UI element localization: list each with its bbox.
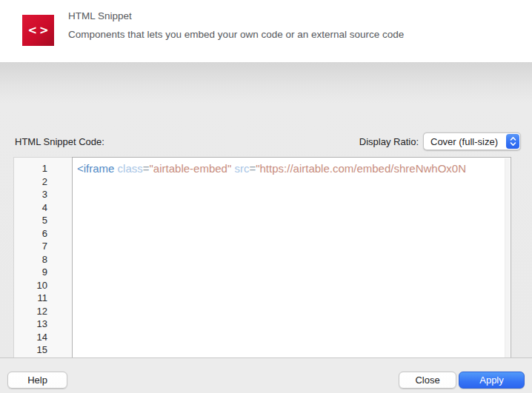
popup-stepper-icon (506, 134, 519, 149)
code-line: <iframe class="airtable-embed" src="http… (77, 161, 505, 175)
line-number: 6 (14, 227, 47, 241)
display-ratio-label: Display Ratio: (359, 136, 419, 147)
code-token-string: "airtable-embed" (150, 162, 232, 175)
dialog-body: HTML Snippet Code: Display Ratio: Cover … (0, 62, 532, 357)
display-ratio-group: Display Ratio: Cover (full-size) (359, 132, 521, 150)
line-number: 9 (14, 266, 47, 279)
line-number: 14 (14, 331, 47, 344)
code-token-attr: class (114, 162, 142, 175)
code-token-eq: = (249, 162, 256, 175)
line-number: 4 (14, 201, 47, 215)
help-button[interactable]: Help (7, 372, 67, 389)
dialog-subtitle: Components that lets you embed your own … (68, 28, 404, 41)
line-number: 5 (14, 214, 47, 227)
html-snippet-dialog: <> HTML Snippet Components that lets you… (0, 0, 532, 393)
line-number: 2 (14, 175, 47, 189)
line-number: 3 (14, 188, 47, 201)
line-number: 1 (14, 162, 47, 175)
line-number: 15 (14, 343, 47, 357)
html-snippet-icon: <> (22, 15, 54, 46)
line-number: 12 (14, 305, 47, 318)
code-token-eq: = (143, 162, 150, 175)
dialog-header: <> HTML Snippet Components that lets you… (0, 0, 532, 62)
line-number: 10 (14, 279, 47, 292)
line-number: 13 (14, 318, 47, 331)
code-brackets-icon: <> (25, 24, 50, 37)
code-token-string: "https://airtable.com/embed/shreNwhOx0N (256, 162, 466, 175)
line-number: 7 (14, 240, 47, 253)
close-button[interactable]: Close (399, 372, 456, 389)
apply-button[interactable]: Apply (459, 372, 525, 389)
display-ratio-select[interactable]: Cover (full-size) (423, 132, 521, 150)
dialog-title: HTML Snippet (68, 10, 404, 23)
dialog-footer: Help Close Apply (0, 357, 532, 393)
line-number: 8 (14, 253, 47, 266)
code-token-attr: src (231, 162, 249, 175)
code-token-tag: <iframe (77, 162, 114, 175)
display-ratio-value: Cover (full-size) (424, 136, 506, 147)
code-field-label: HTML Snippet Code: (15, 136, 104, 147)
line-number: 11 (14, 292, 47, 305)
